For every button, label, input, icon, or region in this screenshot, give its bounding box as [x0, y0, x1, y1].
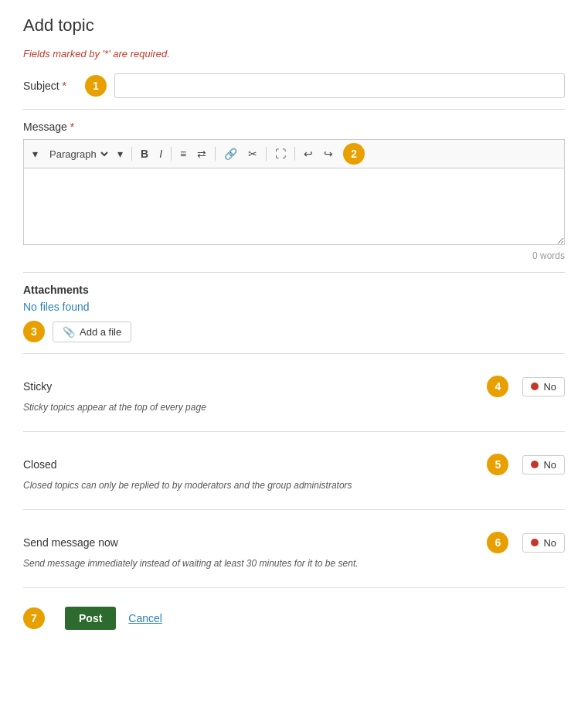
toolbar-bullet-list-btn[interactable]: ≡: [176, 145, 190, 162]
send-message-badge: 6: [487, 532, 508, 553]
subject-input[interactable]: [114, 73, 565, 98]
subject-required-star: *: [63, 80, 66, 92]
sticky-row: Sticky 4 No: [23, 365, 565, 402]
toolbar-image-btn[interactable]: ⛶: [271, 145, 290, 162]
closed-hint: Closed topics can only be replied to by …: [23, 480, 565, 498]
word-count: 0 words: [23, 250, 565, 261]
no-files-text: No files found: [23, 301, 565, 313]
page-title: Add topic: [23, 15, 565, 36]
send-message-value: No: [543, 537, 556, 549]
send-message-row: Send message now 6 No: [23, 521, 565, 558]
closed-dot: [531, 461, 539, 468]
toolbar-redo-btn[interactable]: ↪: [320, 145, 337, 162]
toolbar-italic-btn[interactable]: I: [155, 145, 166, 162]
closed-label: Closed: [23, 458, 487, 471]
add-file-button[interactable]: 📎 Add a file: [53, 321, 131, 342]
paperclip-icon: 📎: [63, 326, 75, 338]
post-button[interactable]: Post: [65, 607, 116, 630]
toolbar-sep-3: [215, 147, 216, 161]
sticky-hint: Sticky topics appear at the top of every…: [23, 402, 565, 420]
toolbar-chevron-btn[interactable]: ▾: [29, 145, 42, 162]
closed-badge: 5: [487, 454, 508, 475]
attachments-divider: [23, 353, 565, 354]
send-message-hint: Send message immediately instead of wait…: [23, 558, 565, 577]
send-message-divider: [23, 587, 565, 588]
actions-row: 7 Post Cancel: [23, 599, 565, 630]
send-message-label: Send message now: [23, 536, 487, 549]
editor-toolbar: ▾ Paragraph ▾ B I ≡ ⇄ 🔗 ✂ ⛶ ↩ ↪ 2: [23, 139, 565, 168]
actions-badge: 7: [23, 607, 45, 629]
send-message-badge-wrap: 6 No: [487, 532, 565, 553]
subject-row: Subject * 1: [23, 73, 565, 98]
closed-badge-wrap: 5 No: [487, 454, 565, 475]
message-required-star: *: [70, 121, 74, 133]
closed-row: Closed 5 No: [23, 443, 565, 480]
required-note: Fields marked by '*' are required.: [23, 48, 565, 60]
closed-toggle[interactable]: No: [522, 455, 565, 475]
send-message-toggle[interactable]: No: [522, 533, 565, 553]
closed-value: No: [543, 459, 556, 471]
cancel-button[interactable]: Cancel: [128, 612, 162, 624]
add-file-row: 3 📎 Add a file: [23, 321, 565, 342]
toolbar-unlink-btn[interactable]: ✂: [244, 145, 261, 162]
toolbar-ordered-list-btn[interactable]: ⇄: [193, 145, 210, 162]
sticky-badge-wrap: 4 No: [487, 376, 565, 397]
sticky-dot: [531, 383, 539, 390]
toolbar-sep-4: [266, 147, 267, 161]
toolbar-sep-2: [171, 147, 172, 161]
attachments-section: Attachments No files found 3 📎 Add a fil…: [23, 284, 565, 342]
sticky-value: No: [543, 381, 556, 393]
toolbar-chevron-right-btn[interactable]: ▾: [114, 145, 127, 162]
paragraph-dropdown[interactable]: Paragraph: [45, 146, 110, 162]
add-file-label: Add a file: [80, 326, 121, 338]
attachments-title: Attachments: [23, 284, 565, 296]
subject-badge: 1: [85, 75, 107, 97]
sticky-badge: 4: [487, 376, 508, 397]
message-badge: 2: [343, 143, 365, 165]
subject-label: Subject *: [23, 80, 85, 92]
sticky-label: Sticky: [23, 380, 487, 393]
closed-divider: [23, 509, 565, 510]
toolbar-link-btn[interactable]: 🔗: [220, 145, 241, 162]
toolbar-undo-btn[interactable]: ↩: [300, 145, 317, 162]
toolbar-bold-btn[interactable]: B: [137, 145, 152, 162]
toolbar-sep-5: [294, 147, 295, 161]
subject-divider: [23, 109, 565, 110]
message-label: Message *: [23, 121, 565, 133]
sticky-divider: [23, 431, 565, 432]
attachments-badge: 3: [23, 321, 45, 342]
send-message-dot: [531, 539, 539, 546]
sticky-toggle[interactable]: No: [522, 377, 565, 396]
message-divider: [23, 272, 565, 273]
toolbar-sep-1: [131, 147, 132, 161]
message-editor[interactable]: [23, 168, 565, 245]
